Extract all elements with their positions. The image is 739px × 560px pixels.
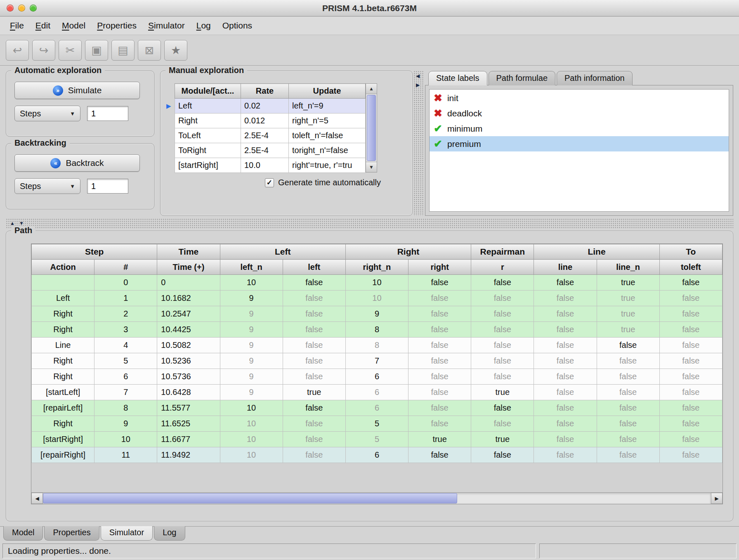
scroll-right-icon[interactable]: ▶ — [711, 493, 722, 504]
star-button[interactable]: ★ — [164, 40, 187, 61]
path-column-header[interactable]: left_n — [220, 260, 283, 275]
star-icon: ★ — [171, 44, 181, 57]
tab-state-labels[interactable]: State labels — [428, 71, 487, 85]
label-text: minimum — [447, 124, 482, 134]
path-row[interactable]: Right210.25479false9falsefalsefalsetruef… — [32, 306, 722, 322]
tab-path-formulae[interactable]: Path formulae — [489, 71, 556, 85]
tab-model[interactable]: Model — [3, 526, 43, 541]
path-column-header[interactable]: # — [94, 260, 157, 275]
path-column-header[interactable]: line_n — [597, 260, 659, 275]
collapse-up-icon[interactable]: ▲ — [10, 220, 15, 226]
path-column-header[interactable]: Time (+) — [157, 260, 220, 275]
path-cell — [32, 275, 94, 291]
path-hscrollbar[interactable]: ◀ ▶ — [31, 492, 722, 504]
close-button[interactable] — [7, 5, 14, 12]
path-row[interactable]: Right310.44259false8falsefalsefalsetruef… — [32, 322, 722, 338]
path-cell: false — [283, 338, 345, 353]
collapse-left-icon[interactable]: ◀ — [416, 73, 420, 79]
path-column-header[interactable]: line — [534, 260, 597, 275]
forward-button[interactable]: ↪ — [32, 40, 55, 61]
manual-row[interactable]: ToLeft2.5E-4toleft_n'=false — [175, 128, 366, 143]
label-item-init[interactable]: ✖init — [430, 90, 729, 106]
path-cell: true — [471, 385, 534, 400]
manual-column-header[interactable]: Update — [289, 84, 366, 99]
bottom-tabs: ModelPropertiesSimulatorLog — [0, 526, 739, 542]
menu-edit[interactable]: Edit — [30, 19, 56, 32]
path-column-header[interactable]: left — [283, 260, 345, 275]
minimize-button[interactable] — [18, 5, 25, 12]
horizontal-splitter[interactable]: ▲ ▼ — [6, 218, 733, 229]
path-column-header[interactable]: right — [408, 260, 471, 275]
zoom-button[interactable] — [30, 5, 37, 12]
path-cell: false — [534, 275, 597, 291]
path-group-header: Left — [220, 244, 345, 260]
path-row[interactable]: Line410.50829false8falsefalsefalsefalsef… — [32, 338, 722, 353]
manual-row[interactable]: ToRight2.5E-4toright_n'=false — [175, 143, 366, 158]
vertical-splitter[interactable]: ◀ ▶ — [413, 71, 424, 216]
back-button[interactable]: ↩ — [6, 40, 29, 61]
label-item-minimum[interactable]: ✔minimum — [430, 121, 729, 136]
path-row[interactable]: Right911.652510false5falsefalsefalsefals… — [32, 416, 722, 432]
simulate-steps-input[interactable] — [87, 106, 128, 121]
tab-simulator[interactable]: Simulator — [101, 526, 153, 541]
copy-button[interactable]: ▣ — [85, 40, 108, 61]
collapse-right-icon[interactable]: ▶ — [416, 82, 420, 88]
manual-row[interactable]: Left0.02left_n'=9 — [175, 99, 366, 113]
scrollbar-track[interactable] — [43, 493, 711, 504]
scroll-down-icon[interactable]: ▼ — [366, 162, 377, 172]
path-cell: 11.6525 — [157, 416, 220, 432]
cut-button[interactable]: ✂ — [59, 40, 82, 61]
manual-column-header[interactable]: Rate — [241, 84, 289, 99]
scroll-up-icon[interactable]: ▲ — [366, 84, 377, 94]
manual-column-header[interactable]: Module/[act... — [175, 84, 241, 99]
tab-log[interactable]: Log — [154, 526, 185, 541]
backtrack-button[interactable]: « Backtrack — [14, 154, 140, 172]
path-column-header[interactable]: Action — [32, 260, 94, 275]
path-cell: false — [659, 306, 722, 322]
path-row[interactable]: 0010false10falsefalsefalsetruefalse — [32, 275, 722, 291]
simulate-button[interactable]: » Simulate — [14, 82, 140, 99]
path-row[interactable]: Left110.16829false10falsefalsefalsetruef… — [32, 291, 722, 306]
titlebar[interactable]: PRISM 4.1.beta.r6673M — [0, 0, 739, 17]
collapse-down-icon[interactable]: ▼ — [19, 220, 24, 226]
path-column-header[interactable]: right_n — [345, 260, 408, 275]
generate-time-checkbox[interactable]: ✓ — [265, 178, 274, 187]
path-row[interactable]: [startRight]1011.667710false5truetruefal… — [32, 432, 722, 447]
path-row[interactable]: [repairRight]1111.949210false6falsefalse… — [32, 447, 722, 463]
backtrack-steps-combo[interactable]: Steps ▼ — [14, 178, 80, 194]
path-group-header: Line — [534, 244, 659, 260]
scrollbar-thumb[interactable] — [43, 493, 457, 503]
path-cell: 8 — [345, 338, 408, 353]
menu-model[interactable]: Model — [56, 19, 91, 32]
delete-button[interactable]: ⊠ — [138, 40, 161, 61]
manual-cell-update: toleft_n'=false — [289, 128, 366, 143]
label-item-premium[interactable]: ✔premium — [430, 136, 729, 151]
paste-button[interactable]: ▤ — [111, 40, 135, 61]
scrollbar-thumb[interactable] — [367, 95, 376, 161]
paste-icon: ▤ — [118, 44, 128, 57]
label-item-deadlock[interactable]: ✖deadlock — [430, 106, 729, 121]
tab-properties[interactable]: Properties — [44, 526, 99, 541]
manual-table-scrollbar[interactable]: ▲ ▼ — [366, 83, 377, 172]
menu-simulator[interactable]: Simulator — [142, 19, 191, 32]
cross-icon: ✖ — [434, 107, 442, 119]
path-column-header[interactable]: toleft — [659, 260, 722, 275]
path-row[interactable]: Right510.52369false7falsefalsefalsefalse… — [32, 353, 722, 369]
backtrack-steps-input[interactable] — [87, 179, 128, 194]
menu-options[interactable]: Options — [217, 19, 258, 32]
path-cell: Right — [32, 353, 94, 369]
manual-row[interactable]: [startRight]10.0right'=true, r'=tru — [175, 158, 366, 173]
path-row[interactable]: Right610.57369false6falsefalsefalsefalse… — [32, 369, 722, 385]
scroll-left-icon[interactable]: ◀ — [31, 493, 43, 504]
path-row[interactable]: [startLeft]710.64289true6falsetruefalsef… — [32, 385, 722, 400]
tab-path-information[interactable]: Path information — [557, 71, 633, 85]
simulate-steps-combo[interactable]: Steps ▼ — [14, 106, 80, 121]
path-row[interactable]: [repairLeft]811.557710false6falsefalsefa… — [32, 400, 722, 416]
path-cell: Right — [32, 322, 94, 338]
manual-row[interactable]: Right0.012right_n'=5 — [175, 113, 366, 128]
menu-properties[interactable]: Properties — [91, 19, 142, 32]
path-cell: false — [659, 432, 722, 447]
menu-log[interactable]: Log — [191, 19, 217, 32]
menu-file[interactable]: File — [4, 19, 30, 32]
path-column-header[interactable]: r — [471, 260, 534, 275]
